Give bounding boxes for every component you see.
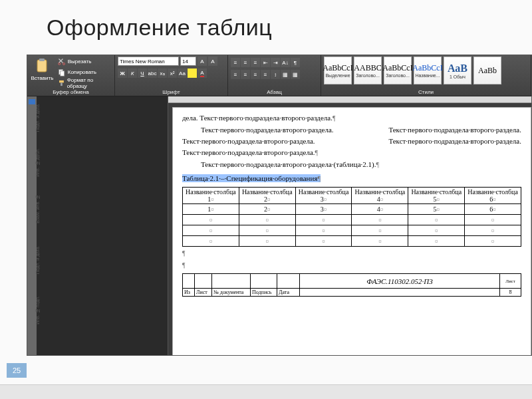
- margin-label: Подп. и дата: [35, 104, 40, 132]
- table-cell[interactable]: ¤: [239, 236, 295, 247]
- document-page[interactable]: дела. Текст·первого·подраздела·второго·р…: [172, 107, 531, 355]
- stamp-cell: Дата: [277, 289, 300, 297]
- style-card[interactable]: АаВ1 Обыч: [444, 57, 471, 84]
- format-painter-label: Формат по образцу: [67, 77, 110, 89]
- style-card[interactable]: AaBbCcIВыделение: [324, 57, 352, 84]
- style-card[interactable]: AaBb: [473, 57, 501, 84]
- copy-button[interactable]: Копировать: [57, 67, 112, 77]
- grow-font-button[interactable]: A: [198, 57, 207, 66]
- superscript-button[interactable]: x²: [168, 68, 177, 78]
- numbering-button[interactable]: ≡: [241, 58, 250, 67]
- paste-label: Вставить: [31, 75, 53, 81]
- svg-rect-5: [60, 70, 64, 76]
- table-cell[interactable]: 5¤: [408, 204, 465, 215]
- indent-inc-button[interactable]: ⇥: [271, 58, 280, 67]
- table-cell[interactable]: ¤: [239, 215, 295, 225]
- table-cell[interactable]: 1¤: [183, 204, 239, 215]
- indent-dec-button[interactable]: ⇤: [261, 58, 270, 67]
- clear-format-button[interactable]: Aa: [178, 68, 187, 78]
- style-card[interactable]: AaBbCcIЗаголово...: [384, 57, 412, 84]
- svg-rect-6: [59, 80, 64, 82]
- format-painter-button[interactable]: Формат по образцу: [57, 78, 112, 88]
- group-styles: AaBbCcIВыделениеAABBCЗаголово...AaBbCcIЗ…: [321, 55, 531, 96]
- specification-table[interactable]: Название·столбца 1¤Название·столбца 2¤На…: [182, 187, 521, 247]
- multilevel-button[interactable]: ≡: [251, 58, 260, 67]
- gost-stamp: ФАЭС.110302.052·ПЗ Лист Из Лист № докуме…: [182, 273, 521, 297]
- stamp-cell: Из: [183, 289, 195, 297]
- paragraph-text[interactable]: Текст·первого·подраздела·второго·раздела…: [182, 124, 521, 158]
- table-header-cell[interactable]: Название·столбца 2¤: [239, 188, 295, 204]
- table-cell[interactable]: ¤: [465, 225, 521, 236]
- stamp-sheet-number: 8: [500, 289, 521, 297]
- table-caption[interactable]: Таблица·2.1·–·Спецификация·оборудования: [182, 173, 521, 184]
- paste-button[interactable]: Вставить: [30, 57, 55, 88]
- shading-button[interactable]: ▦: [281, 70, 290, 79]
- table-cell[interactable]: ¤: [183, 236, 239, 247]
- underline-button[interactable]: Ч: [138, 68, 147, 78]
- svg-point-3: [63, 63, 65, 65]
- align-left-button[interactable]: ≡: [231, 70, 240, 79]
- table-cell[interactable]: 6¤: [465, 204, 521, 215]
- style-card[interactable]: AaBbCcIНазвание...: [414, 57, 442, 84]
- presenter-statusbar: [0, 384, 532, 399]
- scissors-icon: [58, 58, 66, 66]
- italic-button[interactable]: К: [128, 68, 137, 78]
- margin-label: Инв. № подп.: [35, 296, 40, 325]
- paragraph-mark: [182, 247, 521, 259]
- paragraph-text[interactable]: Текст·первого·подраздела·второго·раздела…: [182, 159, 521, 170]
- margin-label: Подп. и дата: [35, 247, 40, 274]
- justify-button[interactable]: ≡: [261, 70, 270, 79]
- line-spacing-button[interactable]: ↕: [271, 70, 280, 79]
- bullets-button[interactable]: ≡: [231, 58, 240, 67]
- table-cell[interactable]: ¤: [295, 225, 352, 236]
- page-viewport[interactable]: дела. Текст·первого·подраздела·второго·р…: [168, 103, 531, 355]
- strike-button[interactable]: abc: [148, 68, 157, 78]
- table-cell[interactable]: ¤: [408, 236, 465, 247]
- shrink-font-button[interactable]: A: [208, 57, 217, 66]
- table-cell[interactable]: ¤: [465, 236, 521, 247]
- copy-label: Копировать: [68, 69, 96, 75]
- table-cell[interactable]: ¤: [408, 215, 465, 225]
- table-header-cell[interactable]: Название·столбца 5¤: [408, 188, 465, 204]
- table-cell[interactable]: ¤: [352, 236, 408, 247]
- show-marks-button[interactable]: ¶: [291, 58, 300, 67]
- bold-button[interactable]: Ж: [118, 68, 127, 78]
- table-cell[interactable]: ¤: [239, 225, 295, 236]
- table-cell[interactable]: 3¤: [295, 204, 352, 215]
- table-cell[interactable]: ¤: [352, 225, 408, 236]
- style-card[interactable]: AABBCЗаголово...: [354, 57, 382, 84]
- svg-point-2: [58, 63, 60, 65]
- table-cell[interactable]: ¤: [465, 215, 521, 225]
- slide-number-badge: 25: [7, 363, 27, 378]
- align-right-button[interactable]: ≡: [251, 70, 260, 79]
- font-color-button[interactable]: A: [198, 68, 207, 78]
- sort-button[interactable]: A↓: [281, 58, 290, 67]
- table-cell[interactable]: ¤: [408, 225, 465, 236]
- table-cell[interactable]: ¤: [183, 225, 239, 236]
- align-center-button[interactable]: ≡: [241, 70, 250, 79]
- subscript-button[interactable]: x₂: [158, 68, 167, 78]
- font-name-combo[interactable]: Times New Roman: [118, 57, 179, 66]
- table-header-cell[interactable]: Название·столбца 6¤: [465, 188, 521, 204]
- paragraph-text[interactable]: дела. Текст·первого·подраздела·второго·р…: [182, 112, 521, 124]
- font-size-combo[interactable]: 14: [180, 57, 196, 66]
- margin-label: Инв. № дубл.: [35, 148, 40, 177]
- borders-button[interactable]: ▦: [291, 70, 300, 79]
- table-header-cell[interactable]: Название·столбца 1¤: [183, 188, 239, 204]
- document-area: Подп. и дата Инв. № дубл. Взам. инв. № П…: [27, 96, 531, 355]
- cut-button[interactable]: Вырезать: [57, 57, 112, 66]
- copy-icon: [58, 68, 66, 76]
- table-cell[interactable]: 4¤: [352, 204, 408, 215]
- ruler-horizontal[interactable]: [168, 96, 531, 103]
- table-header-cell[interactable]: Название·столбца 3¤: [295, 188, 352, 204]
- table-header-cell[interactable]: Название·столбца 4¤: [352, 188, 408, 204]
- table-cell[interactable]: 2¤: [239, 204, 295, 215]
- highlight-button[interactable]: [188, 68, 197, 78]
- stamp-cell: Подпись: [251, 289, 277, 297]
- table-cell[interactable]: ¤: [183, 215, 239, 225]
- margin-label: Взам. инв. №: [35, 195, 40, 223]
- table-cell[interactable]: ¤: [295, 215, 352, 225]
- group-font-label: Шрифт: [118, 88, 225, 96]
- table-cell[interactable]: ¤: [352, 215, 408, 225]
- table-cell[interactable]: ¤: [295, 236, 352, 247]
